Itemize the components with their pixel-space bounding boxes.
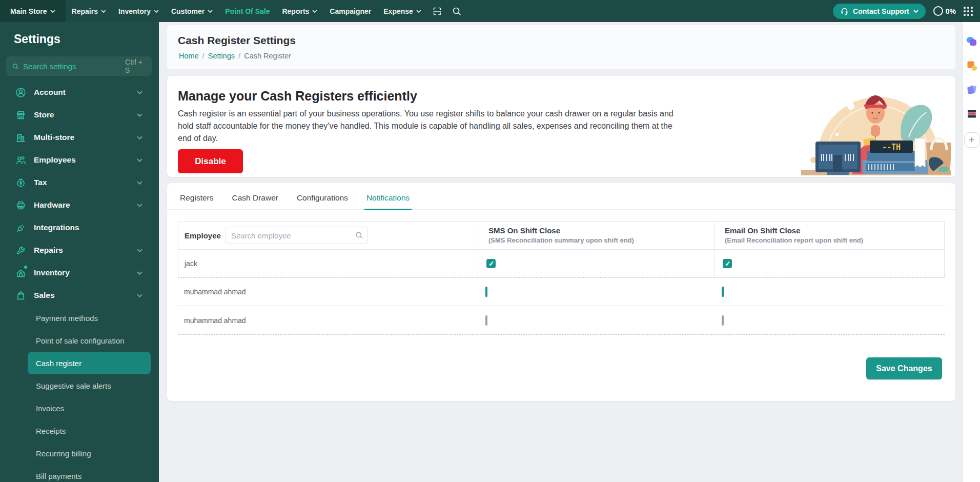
nav-repairs[interactable]: Repairs xyxy=(66,0,112,22)
sidebar-item-sales[interactable]: Sales xyxy=(0,284,159,307)
store-icon xyxy=(15,110,26,120)
chevron-down-icon xyxy=(137,181,142,185)
sidebar-item-inventory[interactable]: Inventory xyxy=(0,262,159,284)
sidebar-item-label: Integrations xyxy=(34,223,79,232)
nav-inventory[interactable]: Inventory xyxy=(112,0,165,22)
sidebar-item-multi-store[interactable]: Multi-store xyxy=(0,126,159,149)
breadcrumb-home[interactable]: Home xyxy=(179,52,199,60)
sidebar-item-store[interactable]: Store xyxy=(0,104,159,126)
wrench-icon xyxy=(15,245,26,256)
submenu-recurring-billing[interactable]: Recurring billing xyxy=(0,442,159,465)
submenu-payment-methods[interactable]: Payment methods xyxy=(0,307,159,329)
page-header: Cash Register Settings Home / Settings /… xyxy=(167,25,955,69)
sidebar-menu: Account Store Multi-store Employees xyxy=(0,81,159,482)
main-content: Cash Register Settings Home / Settings /… xyxy=(159,22,963,482)
email-checkbox[interactable] xyxy=(722,287,724,297)
table-row: muhammad ahmad xyxy=(178,278,945,306)
shapes-app-icon[interactable] xyxy=(966,60,977,71)
chevron-down-icon xyxy=(101,10,106,13)
sidebar-item-account[interactable]: Account xyxy=(0,81,159,104)
top-navigation-bar: Main Store Repairs Inventory Customer Po… xyxy=(0,0,980,22)
save-changes-button[interactable]: Save Changes xyxy=(866,357,942,379)
submenu-suggestive-sale-alerts[interactable]: Suggestive sale alerts xyxy=(0,374,159,397)
table-row: muhammad ahmad xyxy=(178,306,945,335)
chevron-down-icon xyxy=(137,204,142,207)
money-bag-icon xyxy=(15,177,26,188)
cashier-illustration: --TH xyxy=(801,78,951,175)
nav-reports[interactable]: Reports xyxy=(276,0,323,22)
submenu-point-of-sale-configuration[interactable]: Point of sale configuration xyxy=(0,329,159,352)
email-checkbox[interactable] xyxy=(722,315,724,326)
nav-inventory-label: Inventory xyxy=(118,7,151,15)
sidebar-item-label: Repairs xyxy=(34,246,63,255)
column-employee-label: Employee xyxy=(185,231,221,240)
email-checkbox[interactable] xyxy=(723,259,732,268)
nav-reports-label: Reports xyxy=(282,7,309,15)
settings-search-box[interactable]: Ctrl + S xyxy=(6,56,152,76)
contact-support-label: Contact Support xyxy=(853,7,909,15)
nav-point-of-sale[interactable]: Point Of Sale xyxy=(219,0,276,22)
nav-customer-label: Customer xyxy=(171,7,205,15)
breadcrumb-current: Cash Register xyxy=(244,52,291,60)
sms-checkbox[interactable] xyxy=(486,259,496,268)
contact-support-button[interactable]: Contact Support xyxy=(833,4,926,19)
stack-app-icon[interactable] xyxy=(966,108,977,119)
employee-search-box[interactable] xyxy=(226,227,368,244)
notification-dot xyxy=(24,266,27,269)
chat-app-icon[interactable] xyxy=(966,36,977,47)
sidebar-item-repairs[interactable]: Repairs xyxy=(0,239,159,262)
headset-icon xyxy=(840,7,849,15)
printer-icon xyxy=(15,200,26,211)
sidebar-item-hardware[interactable]: Hardware xyxy=(0,194,159,216)
storage-progress-indicator[interactable]: 0% xyxy=(933,6,956,16)
nav-customer[interactable]: Customer xyxy=(165,0,219,22)
submenu-receipts[interactable]: Receipts xyxy=(0,419,159,442)
chevron-down-icon xyxy=(913,10,918,13)
employee-search-input[interactable] xyxy=(226,227,368,244)
employee-name: jack xyxy=(178,250,478,277)
sidebar-item-integrations[interactable]: Integrations xyxy=(0,216,159,239)
nav-main-store[interactable]: Main Store xyxy=(0,0,66,22)
progress-value: 0% xyxy=(946,7,956,15)
submenu-cash-register[interactable]: Cash register xyxy=(28,352,151,374)
search-icon[interactable] xyxy=(452,6,462,16)
progress-ring-icon xyxy=(933,6,943,16)
topbar-right-group: Contact Support 0% xyxy=(833,4,980,19)
settings-search-input[interactable] xyxy=(23,62,125,71)
chevron-down-icon xyxy=(154,10,159,13)
barcode-scan-icon[interactable] xyxy=(432,6,442,16)
submenu-bill-payments[interactable]: Bill payments xyxy=(0,465,159,482)
breadcrumb: Home / Settings / Cash Register xyxy=(167,47,955,60)
nav-expense[interactable]: Expense xyxy=(377,0,427,22)
sms-checkbox[interactable] xyxy=(485,315,487,326)
chevron-down-icon xyxy=(137,271,142,275)
tab-notifications[interactable]: Notifications xyxy=(364,192,412,210)
page-title: Cash Register Settings xyxy=(167,25,955,47)
warehouse-icon xyxy=(15,268,26,278)
people-icon xyxy=(15,155,26,166)
sms-checkbox[interactable] xyxy=(485,287,487,297)
tab-registers[interactable]: Registers xyxy=(178,192,215,209)
sidebar-item-label: Sales xyxy=(34,291,55,300)
breadcrumb-settings[interactable]: Settings xyxy=(208,52,235,60)
add-app-button[interactable]: + xyxy=(964,132,979,148)
tab-cash-drawer[interactable]: Cash Drawer xyxy=(230,192,280,209)
apps-grid-icon[interactable] xyxy=(964,7,973,16)
sidebar-item-tax[interactable]: Tax xyxy=(0,171,159,194)
sidebar-item-label: Multi-store xyxy=(34,133,74,142)
sales-submenu: Payment methods Point of sale configurat… xyxy=(0,307,159,482)
table-header: Employee SMS On Shift Close (SMS Reconci… xyxy=(178,221,945,250)
nav-point-of-sale-label: Point Of Sale xyxy=(225,7,270,15)
disable-module-button[interactable]: Disable xyxy=(178,149,243,173)
sidebar-item-label: Tax xyxy=(34,178,47,187)
nav-campaigner[interactable]: Campaigner xyxy=(323,0,377,22)
register-display-text: --TH xyxy=(882,143,901,152)
table-row: jack xyxy=(178,250,945,278)
sidebar-item-label: Store xyxy=(34,110,54,119)
sidebar-item-employees[interactable]: Employees xyxy=(0,149,159,171)
cards-app-icon[interactable] xyxy=(966,84,977,95)
tab-configurations[interactable]: Configurations xyxy=(295,192,350,209)
sidebar-item-label: Inventory xyxy=(34,268,70,277)
submenu-invoices[interactable]: Invoices xyxy=(0,397,159,419)
account-icon xyxy=(15,87,26,98)
